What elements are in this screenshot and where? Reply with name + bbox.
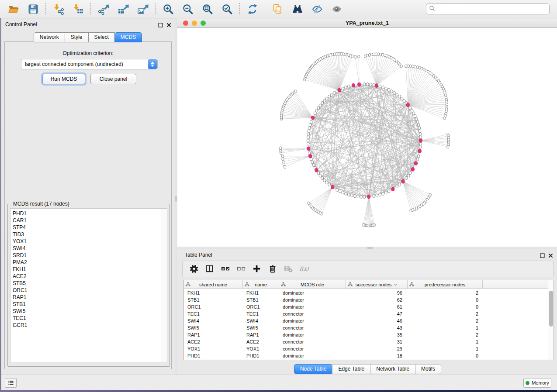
zoom-selected-icon[interactable] (219, 1, 235, 17)
table-row[interactable]: FKH1FKH1dominator962 (184, 289, 548, 296)
network-view: YPA_prune.txt_1 (177, 18, 557, 247)
tab-network-table[interactable]: Network Table (370, 364, 415, 374)
column-header[interactable]: name (243, 280, 279, 289)
delete-row-icon[interactable] (265, 262, 280, 275)
table-toolbar: f(x) (182, 261, 554, 277)
clone-network-icon[interactable] (270, 1, 286, 17)
mcds-result-node[interactable]: FKH1 (10, 266, 167, 273)
save-icon[interactable] (25, 1, 41, 17)
table-row[interactable]: YOX1YOX1connector291 (184, 345, 548, 352)
criterion-dropdown-value: largest connected component (undirected) (21, 61, 148, 67)
open-folder-icon[interactable] (5, 1, 21, 17)
column-header[interactable]: MCDS role (279, 280, 346, 289)
memory-label: Memory (532, 380, 549, 385)
export-table-icon[interactable] (115, 1, 131, 17)
mcds-list-scrollbar[interactable] (162, 209, 167, 362)
network-window-titlebar: YPA_prune.txt_1 (177, 18, 557, 28)
column-header[interactable]: predecessor nodes (408, 280, 483, 289)
mcds-result-node[interactable]: ORC1 (10, 287, 167, 294)
function-icon[interactable]: f(x) (296, 262, 312, 275)
close-panel-icon[interactable] (548, 252, 553, 260)
network-graph (177, 28, 557, 247)
mcds-tab-content: Optimization criterion: largest connecte… (4, 41, 172, 369)
table-row[interactable]: ACE2ACE2connector311 (184, 338, 548, 345)
network-canvas[interactable] (177, 28, 557, 247)
table-row[interactable]: SWI5SWI5connector431 (184, 324, 548, 331)
column-type-icon (348, 282, 353, 287)
float-panel-icon[interactable] (540, 252, 545, 260)
table-row[interactable]: ORC1ORC1dominator610 (184, 303, 548, 310)
table-scrollbar-thumb[interactable] (549, 291, 553, 327)
add-row-icon[interactable] (249, 262, 265, 275)
table-header-row: shared namenameMCDS rolesuccessor nodesp… (184, 280, 548, 289)
mcds-result-node[interactable]: STB1 (10, 301, 167, 308)
mcds-result-node[interactable]: RAP1 (10, 294, 167, 301)
table-row[interactable]: PHD1PHD1dominator180 (184, 352, 548, 359)
dropdown-stepper-icon (148, 59, 157, 69)
zoom-in-icon[interactable] (160, 1, 176, 17)
mcds-result-node[interactable]: STP4 (10, 224, 167, 231)
mcds-result-node[interactable]: SRD1 (10, 252, 167, 259)
close-panel-icon[interactable] (166, 21, 171, 29)
status-bar: Memory (1, 375, 557, 390)
column-header[interactable]: shared name (184, 280, 243, 289)
export-network-icon[interactable] (95, 1, 111, 17)
tab-network[interactable]: Network (34, 32, 65, 42)
mcds-result-node[interactable]: SWI5 (10, 308, 167, 315)
gear-icon[interactable] (186, 262, 202, 275)
table-row[interactable]: RAP1RAP1dominator352 (184, 331, 548, 338)
show-all-icon[interactable] (329, 1, 345, 17)
columns-icon[interactable] (202, 262, 218, 275)
table-row[interactable]: TEC1TEC1connector472 (184, 310, 548, 317)
refresh-icon[interactable] (244, 1, 260, 17)
tab-edge-table[interactable]: Edge Table (332, 364, 370, 374)
mcds-result-node[interactable]: TID3 (10, 231, 167, 238)
table-row[interactable]: SWI4SWI4dominator462 (184, 317, 548, 324)
tab-node-table[interactable]: Node Table (294, 364, 333, 374)
mcds-result-node[interactable]: CAR1 (10, 217, 167, 224)
status-list-button[interactable] (5, 378, 17, 388)
criterion-dropdown[interactable]: largest connected component (undirected) (21, 59, 158, 69)
toolbar-separator (45, 3, 46, 15)
network-window-title: YPA_prune.txt_1 (177, 20, 557, 26)
close-panel-button[interactable]: Close panel (90, 74, 136, 84)
search-input[interactable] (426, 3, 550, 14)
first-neighbors-icon[interactable] (289, 1, 305, 17)
table-row[interactable]: STB1STB1dominator620 (184, 296, 548, 303)
zoom-out-icon[interactable] (180, 1, 196, 17)
select-all-icon[interactable] (218, 262, 233, 275)
toolbar-separator (90, 3, 91, 15)
deselect-all-icon[interactable] (233, 262, 249, 275)
import-table-icon[interactable] (70, 1, 86, 17)
tab-motifs[interactable]: Motifs (415, 364, 441, 374)
mcds-result-node[interactable]: PHD1 (10, 210, 167, 217)
mcds-result-list[interactable]: PHD1CAR1STP4TID3YOX1SWI4SRD1PMA2FKH1ACE2… (10, 208, 167, 362)
table-tabs: Node TableEdge TableNetwork TableMotifs (177, 364, 557, 374)
column-type-icon (409, 282, 414, 287)
export-image-icon[interactable] (135, 1, 151, 17)
delete-table-icon[interactable] (280, 262, 296, 275)
column-header[interactable]: successor nodes (346, 280, 408, 289)
hide-selected-icon[interactable] (309, 1, 325, 17)
mcds-result-group: MCDS result (17 nodes) PHD1CAR1STP4TID3Y… (7, 204, 170, 367)
tab-select[interactable]: Select (88, 32, 115, 42)
float-panel-icon[interactable] (158, 21, 163, 29)
memory-button[interactable]: Memory (523, 378, 551, 388)
import-network-icon[interactable] (50, 1, 66, 17)
column-type-icon (245, 282, 249, 287)
tab-style[interactable]: Style (65, 32, 89, 42)
mcds-result-node[interactable]: GCR1 (10, 322, 167, 329)
mcds-result-node[interactable]: YOX1 (10, 238, 167, 245)
mcds-result-node[interactable]: PMA2 (10, 259, 167, 266)
run-mcds-button[interactable]: Run MCDS (42, 74, 85, 84)
column-type-icon (186, 282, 190, 287)
zoom-fit-icon[interactable] (199, 1, 215, 17)
mcds-result-node[interactable]: STB5 (10, 280, 167, 287)
mcds-result-node[interactable]: ACE2 (10, 273, 167, 280)
control-panel: Control Panel NetworkStyleSelectMCDS Opt… (1, 18, 175, 375)
svg-text:f(x): f(x) (299, 265, 309, 272)
mcds-result-node[interactable]: TEC1 (10, 315, 167, 322)
tab-mcds[interactable]: MCDS (114, 32, 142, 42)
table-scrollbar[interactable] (548, 280, 554, 360)
mcds-result-node[interactable]: SWI4 (10, 245, 167, 252)
